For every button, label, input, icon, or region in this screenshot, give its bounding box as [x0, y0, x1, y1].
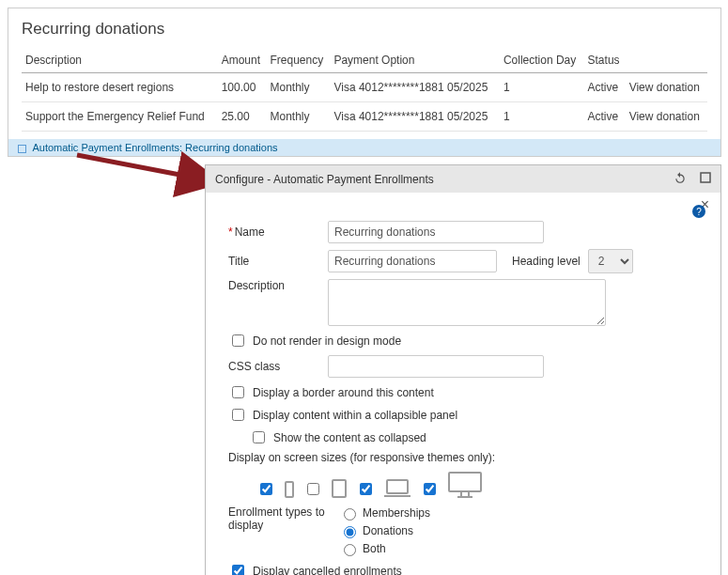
- do-not-render-checkbox[interactable]: [232, 334, 244, 347]
- cell-day: 1: [500, 73, 584, 102]
- desktop-icon: [448, 472, 482, 498]
- css-class-label: CSS class: [228, 360, 320, 373]
- title-label: Title: [228, 255, 320, 268]
- screen-lg-checkbox[interactable]: [424, 483, 436, 495]
- table-header-row: Description Amount Frequency Payment Opt…: [22, 48, 707, 73]
- collapsed-checkbox[interactable]: [253, 431, 265, 443]
- col-action: [626, 48, 707, 73]
- screen-md-checkbox[interactable]: [360, 483, 372, 495]
- cell-desc: Help to restore desert regions: [22, 73, 218, 102]
- view-donation-link[interactable]: View donation: [626, 102, 707, 132]
- radio-donations[interactable]: [344, 526, 356, 538]
- maximize-icon[interactable]: [700, 172, 711, 186]
- donations-table: Description Amount Frequency Payment Opt…: [22, 48, 707, 132]
- enrollment-type-label: Enrollment types to display: [228, 505, 332, 532]
- phone-icon: [285, 481, 294, 498]
- cell-status: Active: [584, 102, 626, 132]
- heading-level-select[interactable]: 2: [588, 249, 633, 273]
- dialog-header: Configure - Automatic Payment Enrollment…: [206, 165, 720, 193]
- cell-amount: 25.00: [218, 102, 267, 132]
- tablet-icon: [332, 479, 347, 498]
- col-payment-option: Payment Option: [330, 48, 499, 73]
- screen-xs-checkbox[interactable]: [260, 483, 272, 495]
- col-description: Description: [22, 48, 218, 73]
- heading-label: Heading level: [512, 255, 581, 268]
- col-amount: Amount: [218, 48, 267, 73]
- footer-bar[interactable]: Automatic Payment Enrollments: Recurring…: [8, 139, 720, 156]
- screen-size-selector: [256, 472, 702, 498]
- do-not-render-label: Do not render in design mode: [253, 334, 401, 348]
- dialog-title: Configure - Automatic Payment Enrollment…: [215, 173, 434, 186]
- radio-both-label: Both: [363, 542, 386, 555]
- cancelled-checkbox[interactable]: [232, 565, 244, 575]
- radio-both[interactable]: [344, 544, 356, 556]
- cell-pay: Visa 4012********1881 05/2025: [330, 73, 499, 102]
- collapsible-label: Display content within a collapsible pan…: [253, 409, 457, 422]
- screens-label: Display on screen sizes (for responsive …: [228, 451, 702, 464]
- svg-rect-3: [333, 480, 346, 497]
- description-textarea[interactable]: [328, 279, 606, 326]
- configure-dialog: Configure - Automatic Payment Enrollment…: [205, 164, 721, 575]
- svg-line-0: [77, 155, 214, 181]
- radio-memberships-label: Memberships: [363, 506, 430, 520]
- panel-title: Recurring donations: [22, 20, 707, 39]
- laptop-icon: [384, 479, 410, 498]
- recurring-donations-panel: Recurring donations Description Amount F…: [8, 8, 721, 157]
- footer-marker-icon: [18, 145, 26, 153]
- border-label: Display a border around this content: [253, 386, 434, 399]
- svg-rect-4: [387, 480, 408, 493]
- svg-rect-2: [286, 482, 293, 497]
- cell-desc: Support the Emergency Relief Fund: [22, 102, 218, 132]
- border-checkbox[interactable]: [232, 386, 244, 398]
- table-row: Support the Emergency Relief Fund 25.00 …: [22, 102, 707, 132]
- css-class-input[interactable]: [328, 355, 544, 378]
- col-collection-day: Collection Day: [500, 48, 584, 73]
- cell-day: 1: [500, 102, 584, 132]
- cancelled-label: Display cancelled enrollments: [253, 565, 402, 576]
- description-label: Description: [228, 279, 320, 292]
- help-icon[interactable]: ?: [692, 205, 705, 218]
- screen-sm-checkbox[interactable]: [307, 483, 319, 495]
- enrollment-type-group: Memberships Donations Both: [339, 505, 430, 556]
- cell-freq: Monthly: [267, 102, 331, 132]
- radio-memberships[interactable]: [344, 508, 356, 521]
- footer-text: Automatic Payment Enrollments: Recurring…: [32, 142, 277, 153]
- collapsible-checkbox[interactable]: [232, 409, 244, 421]
- svg-rect-6: [449, 473, 481, 491]
- view-donation-link[interactable]: View donation: [626, 73, 707, 102]
- radio-donations-label: Donations: [363, 524, 413, 537]
- refresh-icon[interactable]: [674, 171, 687, 187]
- col-frequency: Frequency: [267, 48, 331, 73]
- name-input[interactable]: [328, 221, 544, 243]
- cell-amount: 100.00: [218, 73, 267, 102]
- collapsed-label: Show the content as collapsed: [273, 431, 426, 444]
- title-input[interactable]: [328, 250, 497, 272]
- col-status: Status: [584, 48, 626, 73]
- svg-rect-1: [701, 173, 710, 182]
- cell-freq: Monthly: [267, 73, 331, 102]
- cell-status: Active: [584, 73, 626, 102]
- cell-pay: Visa 4012********1881 05/2025: [330, 102, 499, 132]
- name-label: Name: [228, 225, 320, 239]
- table-row: Help to restore desert regions 100.00 Mo…: [22, 73, 707, 102]
